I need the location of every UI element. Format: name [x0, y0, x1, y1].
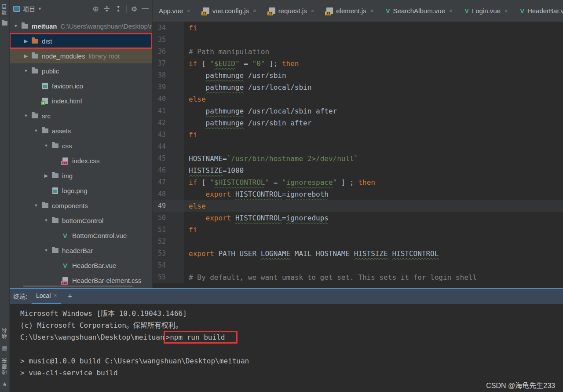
- vue-file-icon: V: [465, 7, 469, 15]
- tree-item-index-css[interactable]: cssindex.css: [10, 153, 152, 168]
- stripe-project-button[interactable]: 项目: [1, 4, 8, 15]
- tree-item-bottomcontrol-vue[interactable]: VBottomControl.vue: [10, 228, 152, 243]
- image-file-icon: [40, 83, 49, 89]
- tab-app-vue[interactable]: App.vue×: [153, 0, 197, 22]
- collapse-all-icon[interactable]: [115, 5, 122, 12]
- stripe-structure-button[interactable]: 结构: [1, 327, 8, 339]
- tree-item-dist[interactable]: ▶dist: [10, 33, 152, 48]
- code-text: else: [183, 200, 563, 212]
- code-line-55[interactable]: 55# By default, we want umask to get set…: [153, 271, 563, 283]
- tab-label: vue.config.js: [212, 7, 249, 15]
- tree-item-components[interactable]: ▼components: [10, 198, 152, 213]
- close-icon[interactable]: ×: [449, 7, 453, 14]
- chevron-expanded-icon[interactable]: ▼: [32, 128, 40, 133]
- tree-item-assets[interactable]: ▼assets: [10, 123, 152, 138]
- code-line-39[interactable]: 39 pathmunge /usr/local/sbin: [153, 81, 563, 93]
- tree-item-public[interactable]: ▼public: [10, 63, 152, 78]
- tree-item-logo-png[interactable]: logo.png: [10, 183, 152, 198]
- chevron-collapsed-icon[interactable]: ▶: [22, 53, 30, 59]
- line-number: 43: [153, 129, 183, 141]
- tree-item-label: meituan: [32, 22, 57, 30]
- code-line-34[interactable]: 34fi: [153, 22, 563, 34]
- js-file-icon: JS: [269, 7, 275, 14]
- locate-file-icon[interactable]: ⊕: [92, 4, 99, 14]
- tree-item-meituan[interactable]: ▼meituanC:\Users\wangshuan\Desktop\meitu…: [10, 18, 152, 33]
- code-line-38[interactable]: 38 pathmunge /usr/sbin: [153, 70, 563, 81]
- close-icon[interactable]: ×: [370, 7, 374, 14]
- tree-item-headerbar[interactable]: ▼headerBar: [10, 243, 152, 258]
- close-icon[interactable]: ×: [54, 293, 57, 299]
- project-tree: ▼meituanC:\Users\wangshuan\Desktop\meitu…: [10, 18, 152, 285]
- tab-vue-config-js[interactable]: JSvue.config.js×: [197, 0, 263, 22]
- tab-element-js[interactable]: JSelement.js×: [320, 0, 380, 22]
- code-line-53[interactable]: 53export PATH USER LOGNAME MAIL HOSTNAME…: [153, 248, 563, 260]
- tree-item-favicon-ico[interactable]: favicon.ico: [10, 78, 152, 93]
- chevron-expanded-icon[interactable]: ▼: [42, 218, 51, 223]
- chevron-expanded-icon[interactable]: ▼: [22, 69, 30, 73]
- tree-item-index-html[interactable]: Hindex.html: [10, 93, 152, 108]
- chevron-collapsed-icon[interactable]: ▶: [42, 173, 51, 179]
- chevron-collapsed-icon[interactable]: ▶: [22, 38, 30, 44]
- tab-headerbar-vue[interactable]: VHeaderBar.vue×: [514, 0, 563, 22]
- tree-horizontal-scrollbar[interactable]: [10, 285, 152, 288]
- tree-item-img[interactable]: ▶img: [10, 168, 152, 183]
- tree-item-headerbar-element-css[interactable]: cssHeaderBar-element.css: [10, 273, 152, 285]
- tree-item-label: BottomControl.vue: [72, 232, 127, 239]
- project-panel-title[interactable]: 项目: [23, 4, 35, 13]
- tree-item-node-modules[interactable]: ▶node_moduleslibrary root: [10, 48, 152, 63]
- code-line-47[interactable]: 47if [ "$HISTCONTROL" = "ignorespace" ] …: [153, 176, 563, 188]
- code-line-46[interactable]: 46HISTSIZE=1000: [153, 165, 563, 176]
- expand-all-icon[interactable]: [103, 5, 110, 12]
- tree-item-label: bottomControl: [62, 217, 103, 224]
- chevron-expanded-icon[interactable]: ▼: [11, 24, 20, 28]
- chevron-expanded-icon[interactable]: ▼: [32, 203, 40, 208]
- close-icon[interactable]: ×: [253, 7, 256, 14]
- project-panel: 项目 ▼ ⊕ ⚙ —: [10, 0, 153, 288]
- code-line-45[interactable]: 45HOSTNAME=`/usr/bin/hostname 2>/dev/nul…: [153, 153, 563, 165]
- vue-file-icon: V: [61, 262, 69, 269]
- terminal-tab-local[interactable]: Local ×: [32, 292, 61, 304]
- chevron-expanded-icon[interactable]: ▼: [42, 248, 51, 253]
- tree-item-label: index.html: [52, 97, 82, 105]
- stripe-favorites-button[interactable]: 收藏夹: [1, 358, 8, 375]
- new-terminal-button[interactable]: +: [61, 292, 78, 304]
- code-line-49[interactable]: 49else: [153, 200, 563, 212]
- tab-login-vue[interactable]: VLogin.vue×: [459, 0, 514, 22]
- code-line-40[interactable]: 40else: [153, 93, 563, 105]
- code-line-52[interactable]: 52: [153, 236, 563, 248]
- terminal-line-3: C:\Users\wangshuan\Desktop\meituan>npm r…: [20, 331, 563, 343]
- chevron-expanded-icon[interactable]: ▼: [22, 114, 30, 118]
- code-line-48[interactable]: 48 export HISTCONTROL=ignoreboth: [153, 188, 563, 200]
- code-text: else: [183, 93, 563, 105]
- code-line-42[interactable]: 42 pathmunge /usr/sbin after: [153, 117, 563, 129]
- code-line-37[interactable]: 37if [ "$EUID" = "0" ]; then: [153, 58, 563, 70]
- structure-icon[interactable]: ▦: [2, 345, 7, 352]
- chevron-expanded-icon[interactable]: ▼: [42, 143, 51, 148]
- code-line-43[interactable]: 43fi: [153, 129, 563, 141]
- hide-panel-icon[interactable]: —: [142, 5, 149, 13]
- code-line-41[interactable]: 41 pathmunge /usr/local/sbin after: [153, 105, 563, 117]
- code-line-50[interactable]: 50 export HISTCONTROL=ignoredups: [153, 212, 563, 224]
- tab-request-js[interactable]: JSrequest.js×: [263, 0, 321, 22]
- close-icon[interactable]: ×: [505, 7, 508, 14]
- favorites-icon[interactable]: ★: [2, 381, 7, 388]
- line-number: 55: [153, 271, 183, 283]
- tree-item-headerbar-vue[interactable]: VHeaderBar.vue: [10, 258, 152, 273]
- terminal-output[interactable]: Microsoft Windows [版本 10.0.19043.1466](c…: [10, 304, 563, 392]
- chevron-down-icon[interactable]: ▼: [38, 7, 42, 11]
- gear-icon[interactable]: ⚙: [131, 5, 137, 13]
- project-folder-icon[interactable]: [2, 21, 7, 26]
- code-line-35[interactable]: 35: [153, 34, 563, 46]
- code-line-54[interactable]: 54: [153, 260, 563, 271]
- code-line-36[interactable]: 36# Path manipulation: [153, 46, 563, 58]
- close-icon[interactable]: ×: [187, 7, 190, 14]
- tab-searchalbum-vue[interactable]: VSearchAlbum.vue×: [380, 0, 458, 22]
- tree-item-css[interactable]: ▼css: [10, 138, 152, 153]
- code-text: # By default, we want umask to get set. …: [183, 271, 563, 283]
- tree-item-src[interactable]: ▼src: [10, 108, 152, 123]
- code-line-51[interactable]: 51fi: [153, 224, 563, 236]
- code-editor[interactable]: 34fi3536# Path manipulation37if [ "$EUID…: [153, 22, 563, 288]
- tree-item-bottomcontrol[interactable]: ▼bottomControl: [10, 213, 152, 228]
- code-line-44[interactable]: 44: [153, 141, 563, 153]
- close-icon[interactable]: ×: [311, 7, 314, 14]
